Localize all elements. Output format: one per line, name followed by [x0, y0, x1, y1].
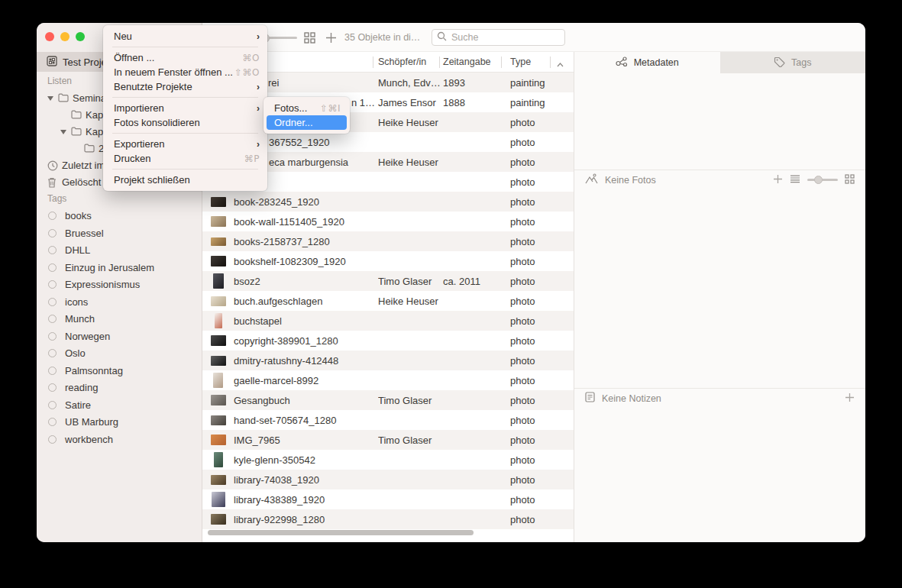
- menu-item-importieren[interactable]: Importieren›: [103, 101, 267, 115]
- tag-label: Expressionismus: [65, 279, 140, 290]
- item-thumbnail: [211, 514, 226, 525]
- zoom-window-button[interactable]: [76, 32, 85, 41]
- item-type: photo: [510, 196, 574, 208]
- table-row[interactable]: IMG_7965Timo Glaserphoto: [202, 430, 574, 450]
- column-divider[interactable]: [439, 57, 440, 68]
- item-title: hand-set-705674_1280: [234, 415, 378, 426]
- menu-item-shortcut: ⌘O: [243, 53, 260, 63]
- tab-metadata[interactable]: Metadaten: [574, 52, 720, 73]
- column-header-date[interactable]: Zeitangabe: [443, 57, 491, 67]
- folder-icon: [58, 93, 69, 105]
- menu-separator: [112, 47, 258, 47]
- column-divider[interactable]: [373, 57, 373, 68]
- table-row[interactable]: bookshelf-1082309_1920photo: [202, 251, 574, 271]
- item-thumbnail: [211, 415, 226, 425]
- item-title: buch.aufgeschlagen: [234, 296, 378, 307]
- sidebar-tag-dhll[interactable]: DHLL: [37, 242, 202, 260]
- table-row[interactable]: book-wall-1151405_1920photo: [202, 212, 574, 231]
- submenu-item-ordner[interactable]: Ordner...: [267, 115, 347, 130]
- grid-view-small-icon[interactable]: [845, 174, 855, 186]
- list-view-icon[interactable]: [790, 175, 800, 186]
- table-row[interactable]: buch.aufgeschlagenHeike Heuserphoto: [202, 291, 574, 311]
- tag-label: Munch: [65, 313, 95, 325]
- tab-tags[interactable]: Tags: [720, 52, 866, 73]
- tag-label: reading: [65, 382, 98, 393]
- sidebar-tag-workbench[interactable]: workbench: [37, 431, 202, 449]
- thumbnail-cell: [202, 435, 234, 445]
- menu-item-shortcut: ⇧⌘O: [234, 67, 260, 78]
- thumbnail-cell: [202, 335, 234, 346]
- sort-ascending-icon[interactable]: [557, 59, 564, 69]
- grid-view-icon[interactable]: [304, 32, 315, 47]
- menu-item-öffnen[interactable]: Öffnen ...⌘O: [103, 50, 267, 65]
- sidebar-tag-expressionismus[interactable]: Expressionismus: [37, 276, 202, 294]
- submenu-item-fotos[interactable]: Fotos...⇧⌘I: [267, 101, 347, 115]
- tag-label: books: [65, 210, 92, 221]
- menu-item-label: Exportieren: [114, 138, 257, 150]
- menu-item-projekt-schließen[interactable]: Projekt schließen: [103, 173, 267, 187]
- sidebar-tag-icons[interactable]: icons: [37, 294, 202, 312]
- disclosure-triangle-icon[interactable]: [47, 96, 53, 101]
- search-input[interactable]: [450, 31, 552, 44]
- item-thumbnail: [213, 373, 223, 388]
- sidebar-tag-reading[interactable]: reading: [37, 380, 202, 397]
- table-row[interactable]: book-283245_1920photo: [202, 192, 574, 212]
- add-photo-button[interactable]: [773, 174, 783, 186]
- sidebar-tag-satire[interactable]: Satire: [37, 397, 202, 415]
- menu-item-label: In neuem Fenster öffnen ...: [114, 66, 234, 78]
- table-row[interactable]: GesangbuchTimo Glaserphoto: [202, 390, 574, 410]
- menu-item-benutzte-projekte[interactable]: Benutzte Projekte›: [103, 79, 267, 94]
- item-title: library-74038_1920: [234, 474, 378, 486]
- table-row[interactable]: bsoz2Timo Glaserca. 2011photo: [202, 271, 574, 291]
- table-row[interactable]: books-2158737_1280photo: [202, 231, 574, 251]
- table-row[interactable]: dmitry-ratushny-412448photo: [202, 351, 574, 370]
- search-icon: [437, 31, 447, 44]
- thumbnail-size-slider[interactable]: [807, 179, 838, 181]
- sidebar-tag-munch[interactable]: Munch: [37, 311, 202, 328]
- panel-tabs: Metadaten Tags: [574, 52, 865, 73]
- table-row[interactable]: kyle-glenn-350542photo: [202, 450, 574, 470]
- menu-item-drucken[interactable]: Drucken⌘P: [103, 151, 267, 166]
- table-row[interactable]: library-922998_1280photo: [202, 509, 574, 529]
- add-item-button[interactable]: [325, 32, 337, 47]
- thumbnail-size-handle[interactable]: [814, 176, 823, 184]
- sidebar-tag-ub-marburg[interactable]: UB Marburg: [37, 414, 202, 431]
- sidebar-tag-palmsonntag[interactable]: Palmsonntag: [37, 363, 202, 380]
- table-row[interactable]: buchstapelphoto: [202, 311, 574, 331]
- item-thumbnail: [211, 356, 226, 366]
- column-header-creator[interactable]: Schöpfer/in: [378, 57, 426, 67]
- add-note-button[interactable]: [845, 393, 855, 405]
- column-divider[interactable]: [550, 57, 551, 68]
- zoom-slider[interactable]: [263, 37, 297, 39]
- tag-circle-icon: [48, 298, 57, 306]
- close-window-button[interactable]: [45, 32, 54, 41]
- item-title: book-283245_1920: [234, 196, 378, 208]
- search-field[interactable]: [432, 29, 565, 46]
- table-row[interactable]: hand-set-705674_1280photo: [202, 410, 574, 430]
- column-divider[interactable]: [501, 57, 502, 68]
- minimize-window-button[interactable]: [60, 32, 70, 41]
- item-thumbnail: [211, 237, 226, 246]
- disclosure-triangle-icon[interactable]: [60, 130, 66, 134]
- sidebar-tag-norwegen[interactable]: Norwegen: [37, 328, 202, 346]
- table-row[interactable]: library-438389_1920photo: [202, 489, 574, 509]
- column-header-type[interactable]: Type: [510, 57, 531, 67]
- menu-item-exportieren[interactable]: Exportieren›: [103, 137, 267, 151]
- table-row[interactable]: library-74038_1920photo: [202, 470, 574, 489]
- tag-circle-icon: [48, 315, 57, 323]
- item-thumbnail: [211, 256, 226, 267]
- sidebar-tag-books[interactable]: books: [37, 208, 202, 225]
- item-thumbnail: [211, 435, 226, 445]
- tag-circle-icon: [48, 383, 57, 392]
- horizontal-scrollbar[interactable]: [208, 530, 474, 535]
- menu-item-neu[interactable]: Neu›: [103, 29, 267, 44]
- thumbnail-cell: [202, 273, 234, 289]
- table-row[interactable]: gaelle-marcel-8992photo: [202, 370, 574, 390]
- sidebar-tag-oslo[interactable]: Oslo: [37, 345, 202, 363]
- menu-item-in-neuem-fenster-öffnen[interactable]: In neuem Fenster öffnen ...⇧⌘O: [103, 65, 267, 79]
- menu-item-fotos-konsolidieren[interactable]: Fotos konsolidieren: [103, 115, 267, 130]
- sidebar-tag-bruessel[interactable]: Bruessel: [37, 225, 202, 243]
- tag-circle-icon: [48, 212, 57, 220]
- sidebar-tag-einzug-in-jerusalem[interactable]: Einzug in Jerusalem: [37, 260, 202, 277]
- table-row[interactable]: copyright-389901_1280photo: [202, 331, 574, 351]
